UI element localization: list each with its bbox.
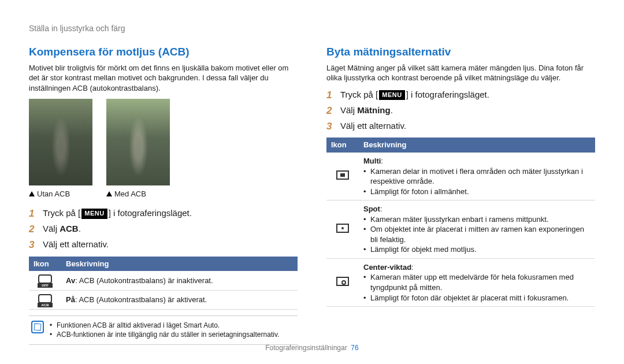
t: Center-viktad bbox=[363, 263, 411, 272]
ul: Kameran delar in motivet i flera områden… bbox=[363, 166, 590, 197]
steps-acb: 1 Tryck på [MENU] i fotograferingsläget.… bbox=[29, 207, 298, 252]
step-3: 3 Välj ett alternativ. bbox=[29, 239, 298, 252]
step-text: Tryck på [MENU] i fotograferingsläget. bbox=[340, 89, 489, 102]
intro-metering: Läget Mätning anger på vilket sätt kamer… bbox=[326, 63, 595, 83]
note-box: Funktionen ACB är alltid aktiverad i läg… bbox=[29, 315, 298, 344]
t: . bbox=[79, 224, 81, 233]
li: Lämpligt för foton där objektet är place… bbox=[363, 293, 590, 303]
t: : ACB (Autokontrastbalans) är aktiverat. bbox=[75, 295, 207, 304]
table-metering-options: Ikon Beskrivning Multi: Kameran delar in… bbox=[326, 138, 595, 307]
step-text: Välj ett alternativ. bbox=[43, 239, 109, 252]
step-number: 2 bbox=[29, 223, 43, 236]
li: Lämpligt för foton i allmänhet. bbox=[363, 187, 590, 197]
menu-button-label: MENU bbox=[379, 90, 404, 101]
th-icon: Ikon bbox=[29, 257, 61, 272]
breadcrumb: Ställa in ljusstyrka och färg bbox=[29, 23, 595, 34]
metering-multi-icon bbox=[336, 170, 349, 180]
t: Tryck på [ bbox=[340, 90, 378, 99]
heading-acb: Kompensera för motljus (ACB) bbox=[29, 44, 298, 60]
caption-with-text: Med ACB bbox=[114, 189, 146, 199]
t: Tryck på [ bbox=[43, 208, 80, 218]
image-with-acb bbox=[106, 99, 170, 185]
table-row: Av: ACB (Autokontrastbalans) är inaktive… bbox=[29, 271, 298, 290]
heading-metering: Byta mätningsalternativ bbox=[326, 44, 595, 60]
right-column: Byta mätningsalternativ Läget Mätning an… bbox=[326, 44, 595, 345]
li: Kameran mäter ljusstyrkan enbart i ramen… bbox=[363, 214, 590, 225]
step-2: 2 Välj Mätning. bbox=[326, 105, 595, 118]
li: Kameran mäter upp ett medelvärde för hel… bbox=[363, 272, 590, 292]
table-row: På: ACB (Autokontrastbalans) är aktivera… bbox=[29, 290, 298, 310]
t: ] i fotograferingsläget. bbox=[406, 90, 489, 99]
t: På bbox=[66, 295, 75, 304]
table-row: Center-viktad: Kameran mäter upp ett med… bbox=[326, 258, 595, 306]
note-item: ACB-funktionen är inte tillgänglig när d… bbox=[50, 330, 279, 339]
intro-acb: Motivet blir troligtvis för mörkt om det… bbox=[29, 63, 298, 94]
th-desc: Beskrivning bbox=[61, 257, 298, 272]
caption-without-text: Utan ACB bbox=[37, 189, 70, 199]
t: . bbox=[391, 105, 393, 115]
acb-off-icon bbox=[38, 274, 52, 284]
step-text: Välj ett alternativ. bbox=[340, 120, 406, 133]
t: Av bbox=[66, 276, 75, 285]
triangle-icon bbox=[29, 191, 35, 196]
step-number: 3 bbox=[326, 120, 340, 133]
metering-center-icon bbox=[336, 277, 349, 286]
table-row: Multi: Kameran delar in motivet i flera … bbox=[326, 153, 595, 200]
image-without-acb bbox=[29, 99, 92, 185]
t: ACB bbox=[60, 224, 79, 233]
th-icon: Ikon bbox=[326, 138, 359, 153]
li: Om objektet inte är placerat i mitten av… bbox=[363, 224, 590, 244]
table-acb-options: Ikon Beskrivning Av: ACB (Autokontrastba… bbox=[29, 257, 298, 310]
acb-on-icon bbox=[38, 294, 52, 303]
note-icon bbox=[31, 321, 44, 333]
step-text: Välj Mätning. bbox=[340, 105, 393, 118]
t: ] i fotograferingsläget. bbox=[109, 208, 192, 218]
step-1: 1 Tryck på [MENU] i fotograferingsläget. bbox=[29, 207, 298, 221]
note-item: Funktionen ACB är alltid aktiverad i läg… bbox=[50, 321, 279, 330]
ul: Kameran mäter upp ett medelvärde för hel… bbox=[363, 272, 590, 303]
step-2: 2 Välj ACB. bbox=[29, 223, 298, 236]
content-columns: Kompensera för motljus (ACB) Motivet bli… bbox=[29, 44, 595, 345]
steps-metering: 1 Tryck på [MENU] i fotograferingsläget.… bbox=[326, 89, 595, 133]
t: Välj bbox=[43, 224, 60, 233]
caption-without-acb: Utan ACB bbox=[29, 189, 92, 199]
example-images-row bbox=[29, 99, 298, 185]
caption-with-acb: Med ACB bbox=[106, 189, 170, 199]
triangle-icon bbox=[106, 191, 112, 196]
step-1: 1 Tryck på [MENU] i fotograferingsläget. bbox=[326, 89, 595, 102]
ul: Kameran mäter ljusstyrkan enbart i ramen… bbox=[363, 214, 590, 255]
t: : ACB (Autokontrastbalans) är inaktivera… bbox=[75, 276, 213, 285]
metering-spot-icon bbox=[336, 224, 349, 233]
step-text: Välj ACB. bbox=[43, 223, 81, 236]
t: Multi bbox=[363, 157, 381, 165]
left-column: Kompensera för motljus (ACB) Motivet bli… bbox=[29, 44, 298, 345]
t: Mätning bbox=[357, 105, 391, 115]
li: Lämpligt för objekt med motljus. bbox=[363, 244, 590, 255]
footer: Fotograferingsinställningar 76 bbox=[0, 343, 624, 352]
step-number: 3 bbox=[29, 239, 43, 252]
step-number: 1 bbox=[326, 89, 340, 102]
t: Spot bbox=[363, 205, 380, 213]
footer-section: Fotograferingsinställningar bbox=[265, 344, 347, 352]
li: Kameran delar in motivet i flera områden… bbox=[363, 166, 590, 187]
caption-row: Utan ACB Med ACB bbox=[29, 189, 298, 199]
note-list: Funktionen ACB är alltid aktiverad i läg… bbox=[50, 321, 279, 339]
step-number: 1 bbox=[29, 207, 43, 221]
t: Välj bbox=[340, 105, 357, 115]
step-text: Tryck på [MENU] i fotograferingsläget. bbox=[43, 207, 192, 221]
table-row: Spot: Kameran mäter ljusstyrkan enbart i… bbox=[326, 200, 595, 259]
page-number: 76 bbox=[351, 344, 358, 352]
step-number: 2 bbox=[326, 105, 340, 118]
menu-button-label: MENU bbox=[81, 209, 107, 219]
th-desc: Beskrivning bbox=[359, 138, 595, 153]
step-3: 3 Välj ett alternativ. bbox=[326, 120, 595, 133]
